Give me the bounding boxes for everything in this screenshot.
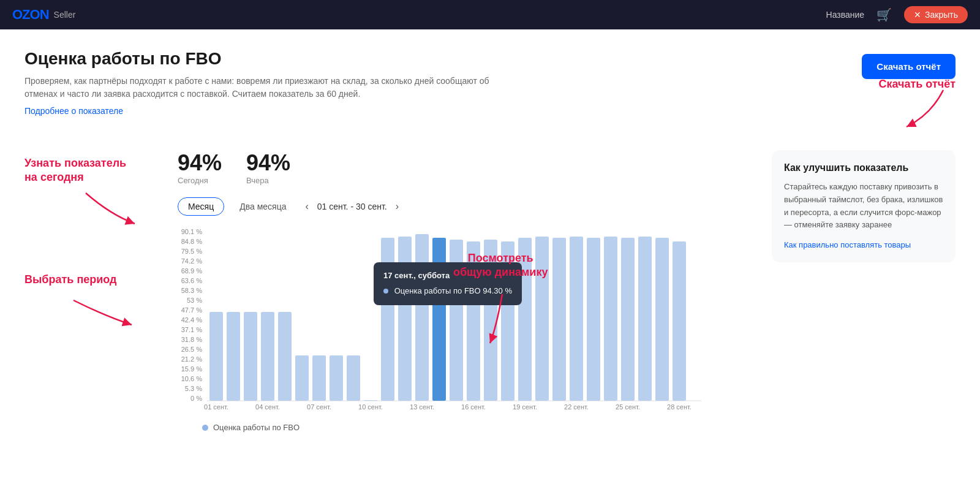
- today-stat: 94% Сегодня: [178, 150, 222, 185]
- svg-text:31.8 %: 31.8 %: [181, 336, 202, 343]
- svg-text:79.5 %: 79.5 %: [181, 248, 202, 255]
- view-dynamics-arrow-icon: [478, 291, 539, 352]
- bar-chart: 90.1 % 84.8 % 79.5 % 74.2 % 68.9 % 63.6 …: [178, 226, 704, 415]
- header-left: OZON Seller: [12, 7, 75, 23]
- left-annotations: Узнать показательна сегодня Выбрать пери…: [24, 150, 153, 432]
- close-button[interactable]: ✕ Закрыть: [904, 6, 968, 23]
- page-header: Оценка работы по FBO Проверяем, как парт…: [24, 49, 956, 135]
- svg-text:07 сент.: 07 сент.: [307, 403, 331, 411]
- download-arrow-icon: [882, 84, 956, 133]
- improve-card: Как улучшить показатель Старайтесь кажду…: [772, 150, 956, 262]
- page-description: Проверяем, как партнёры подходят к работ…: [24, 75, 490, 101]
- ozon-logo: OZON: [12, 7, 49, 23]
- svg-text:90.1 %: 90.1 %: [181, 228, 202, 235]
- svg-rect-21: [244, 312, 257, 401]
- svg-text:15.9 %: 15.9 %: [181, 365, 202, 373]
- svg-rect-29: [381, 238, 394, 401]
- cart-icon[interactable]: 🛒: [876, 7, 892, 22]
- page-title: Оценка работы по FBO: [24, 49, 490, 69]
- improve-text: Старайтесь каждую поставку привозить в в…: [784, 181, 943, 232]
- svg-text:53 %: 53 %: [187, 297, 202, 304]
- select-period-annotation: Выбрать период: [24, 273, 117, 287]
- view-dynamics-annotation: Посмотретьобщую динамику: [453, 251, 548, 279]
- header-title: Название: [826, 10, 865, 20]
- date-navigation: ‹ 01 сент. - 30 сент. ›: [301, 200, 402, 213]
- prev-date-button[interactable]: ‹: [301, 200, 312, 213]
- legend-dot-icon: [202, 425, 208, 431]
- svg-text:5.3 %: 5.3 %: [185, 385, 202, 392]
- close-x-icon: ✕: [914, 10, 921, 20]
- svg-rect-30: [398, 237, 412, 401]
- svg-rect-23: [278, 312, 292, 401]
- svg-rect-25: [312, 355, 326, 401]
- svg-rect-19: [209, 312, 223, 401]
- svg-text:63.6 %: 63.6 %: [181, 277, 202, 284]
- svg-rect-39: [552, 238, 566, 401]
- date-range: 01 сент. - 30 сент.: [317, 202, 387, 211]
- svg-rect-43: [621, 238, 635, 401]
- yesterday-value: 94%: [246, 150, 290, 176]
- chart-legend: Оценка работы по FBO: [202, 423, 752, 432]
- svg-rect-22: [261, 312, 274, 401]
- download-report-button[interactable]: Скачать отчёт: [862, 54, 956, 79]
- header: OZON Seller Название 🛒 ✕ Закрыть: [0, 0, 980, 29]
- svg-text:26.5 %: 26.5 %: [181, 346, 202, 353]
- svg-rect-26: [330, 355, 343, 401]
- svg-text:19 сент.: 19 сент.: [513, 403, 537, 411]
- yesterday-label: Вчера: [246, 176, 290, 185]
- close-label: Закрыть: [925, 10, 958, 20]
- svg-text:0 %: 0 %: [190, 395, 202, 402]
- svg-text:25 сент.: 25 сент.: [616, 403, 640, 411]
- svg-text:10 сент.: 10 сент.: [358, 403, 383, 411]
- svg-text:13 сент.: 13 сент.: [410, 403, 434, 411]
- svg-text:22 сент.: 22 сент.: [564, 403, 589, 411]
- svg-text:68.9 %: 68.9 %: [181, 267, 202, 275]
- svg-text:01 сент.: 01 сент.: [204, 403, 228, 411]
- select-period-arrow-icon: [37, 297, 159, 334]
- svg-rect-41: [587, 238, 600, 401]
- right-panel: Как улучшить показатель Старайтесь кажду…: [772, 150, 956, 432]
- legend-label: Оценка работы по FBO: [213, 423, 300, 432]
- svg-rect-28: [364, 400, 377, 401]
- page-title-section: Оценка работы по FBO Проверяем, как парт…: [24, 49, 490, 116]
- tab-two-months[interactable]: Два месяца: [229, 197, 296, 216]
- svg-rect-44: [638, 237, 652, 401]
- download-annotation: Скачать отчёт: [878, 78, 956, 91]
- yesterday-stat: 94% Вчера: [246, 150, 290, 185]
- svg-text:04 сент.: 04 сент.: [255, 403, 280, 411]
- chart-section: 94% Сегодня 94% Вчера Месяц Два месяца ‹…: [153, 150, 752, 432]
- svg-text:58.3 %: 58.3 %: [181, 287, 202, 294]
- period-tabs: Месяц Два месяца ‹ 01 сент. - 30 сент. ›: [178, 197, 752, 216]
- svg-rect-31: [415, 234, 429, 401]
- stats-row: 94% Сегодня 94% Вчера: [178, 150, 752, 185]
- svg-rect-32: [432, 238, 446, 401]
- svg-rect-45: [655, 238, 669, 401]
- improve-link[interactable]: Как правильно поставлять товары: [784, 240, 911, 249]
- svg-text:37.1 %: 37.1 %: [181, 326, 202, 333]
- svg-rect-24: [295, 355, 309, 401]
- next-date-button[interactable]: ›: [392, 200, 402, 213]
- learn-arrow-icon: [37, 190, 159, 239]
- svg-text:84.8 %: 84.8 %: [181, 238, 202, 245]
- svg-text:74.2 %: 74.2 %: [181, 257, 202, 265]
- improve-title: Как улучшить показатель: [784, 162, 943, 173]
- svg-rect-40: [570, 237, 583, 401]
- svg-text:28 сент.: 28 сент.: [667, 403, 692, 411]
- svg-text:42.4 %: 42.4 %: [181, 316, 202, 324]
- tab-month[interactable]: Месяц: [178, 197, 224, 216]
- main-content: Оценка работы по FBO Проверяем, как парт…: [0, 29, 980, 478]
- learn-annotation: Узнать показательна сегодня: [24, 156, 126, 184]
- svg-text:10.6 %: 10.6 %: [181, 375, 202, 382]
- svg-text:47.7 %: 47.7 %: [181, 306, 202, 314]
- header-right: Название 🛒 ✕ Закрыть: [826, 6, 968, 23]
- svg-rect-27: [347, 355, 360, 401]
- svg-text:21.2 %: 21.2 %: [181, 355, 202, 363]
- more-link[interactable]: Подробнее о показателе: [24, 106, 123, 116]
- svg-rect-20: [227, 312, 240, 401]
- svg-text:16 сент.: 16 сент.: [461, 403, 486, 411]
- today-value: 94%: [178, 150, 222, 176]
- svg-rect-46: [673, 241, 686, 401]
- today-label: Сегодня: [178, 176, 222, 185]
- seller-label: Seller: [54, 10, 76, 20]
- svg-rect-42: [604, 237, 617, 401]
